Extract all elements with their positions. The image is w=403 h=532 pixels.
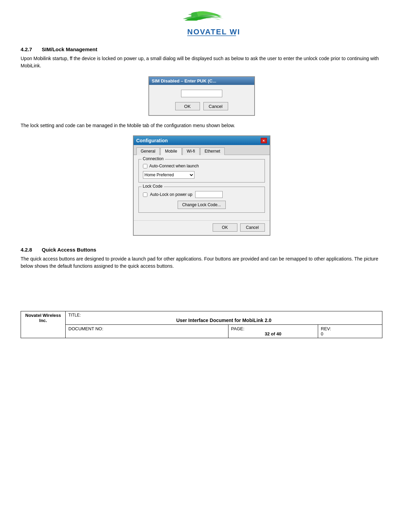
lock-code-group: Lock Code Auto-Lock on power up Change L… (138, 187, 265, 213)
footer-docno-cell: DOCUMENT NO: (66, 325, 228, 338)
config-ok-button[interactable]: OK (213, 223, 237, 232)
config-title-bar: Configuration × (134, 136, 270, 145)
config-tabs: General Mobile Wi-fi Ethernet (134, 145, 270, 155)
config-dialog: Configuration × General Mobile Wi-fi Eth… (133, 135, 270, 236)
change-lock-btn-row: Change Lock Code... (143, 201, 260, 209)
config-cancel-button[interactable]: Cancel (240, 223, 265, 232)
footer-company-inc: Inc. (24, 318, 63, 323)
footer-company-name: Novatel Wireless (24, 313, 63, 318)
tab-mobile[interactable]: Mobile (160, 147, 181, 155)
connection-dropdown[interactable]: Home Preferred Automatic Manual (143, 171, 194, 179)
change-lock-button[interactable]: Change Lock Code... (178, 201, 226, 209)
tab-wifi[interactable]: Wi-fi (182, 147, 200, 155)
footer-page-value: 32 of 40 (231, 331, 315, 336)
footer-title-label: TITLE: (68, 313, 81, 318)
sim-dialog-buttons: OK Cancel (156, 102, 247, 110)
config-dialog-title: Configuration (136, 138, 168, 143)
logo-text: NOVATEL WIRELESS (187, 27, 239, 36)
footer-docno-label: DOCUMENT NO: (68, 326, 103, 331)
sim-dialog-body: OK Cancel (149, 85, 254, 115)
logo-area: NOVATEL WIRELESS (0, 0, 403, 46)
config-dialog-container: Configuration × General Mobile Wi-fi Eth… (21, 135, 382, 236)
footer-company-cell: Novatel Wireless Inc. (21, 311, 66, 338)
footer-rev-cell: REV: 0 (318, 325, 382, 338)
section-428-heading: 4.2.8 Quick Access Buttons (21, 247, 382, 253)
novatel-logo: NOVATEL WIRELESS (164, 10, 239, 40)
logo-container: NOVATEL WIRELESS (0, 10, 403, 40)
sim-dialog-input[interactable] (181, 90, 222, 97)
connection-group: Connection Auto-Connect when launch Home… (138, 159, 265, 182)
section-427-heading: 4.2.7 SIM/Lock Management (21, 46, 382, 52)
config-footer: OK Cancel (134, 220, 270, 235)
footer-title-label-cell: TITLE: User Interface Document for MobiL… (66, 311, 382, 325)
section-427-para1: Upon Mobilink startup, ff the device is … (21, 55, 382, 69)
auto-lock-row: Auto-Lock on power up (143, 191, 260, 198)
config-close-button[interactable]: × (261, 138, 267, 143)
connection-dropdown-row: Home Preferred Automatic Manual (143, 171, 260, 179)
footer-page-cell: PAGE: 32 of 40 (228, 325, 318, 338)
config-body: Connection Auto-Connect when launch Home… (134, 155, 270, 220)
footer-row-2: DOCUMENT NO: PAGE: 32 of 40 REV: 0 (21, 325, 382, 338)
footer-rev-label: REV: (321, 326, 379, 331)
sim-dialog-container: SIM Disabled – Enter PUK (C... OK Cancel (21, 76, 382, 116)
section-428-para1: The quick access buttons are designed to… (21, 255, 382, 270)
sim-dialog-title: SIM Disabled – Enter PUK (C... (149, 77, 254, 85)
footer-page-label: PAGE: (231, 326, 315, 331)
footer-title-value: User Interface Document for MobiLink 2.0 (68, 318, 379, 323)
footer-rev-value: 0 (321, 331, 379, 336)
footer-row-1: Novatel Wireless Inc. TITLE: User Interf… (21, 311, 382, 325)
auto-connect-label: Auto-Connect when launch (149, 164, 199, 168)
connection-group-label: Connection (142, 156, 165, 161)
tab-general[interactable]: General (136, 147, 160, 155)
auto-lock-checkbox[interactable] (143, 192, 147, 197)
auto-lock-label: Auto-Lock on power up (150, 192, 192, 197)
sim-ok-button[interactable]: OK (175, 102, 200, 110)
tab-ethernet[interactable]: Ethernet (200, 147, 225, 155)
sim-cancel-button[interactable]: Cancel (203, 102, 228, 110)
auto-connect-checkbox[interactable] (143, 164, 147, 168)
section-427-para2: The lock setting and code can be managed… (21, 122, 382, 129)
section-428: 4.2.8 Quick Access Buttons The quick acc… (21, 247, 382, 270)
auto-connect-row: Auto-Connect when launch (143, 164, 260, 168)
sim-disabled-dialog: SIM Disabled – Enter PUK (C... OK Cancel (148, 76, 255, 116)
lock-code-group-label: Lock Code (142, 184, 164, 189)
auto-lock-input[interactable] (195, 191, 223, 198)
footer-table: Novatel Wireless Inc. TITLE: User Interf… (21, 311, 382, 338)
footer-area: Novatel Wireless Inc. TITLE: User Interf… (21, 311, 382, 338)
